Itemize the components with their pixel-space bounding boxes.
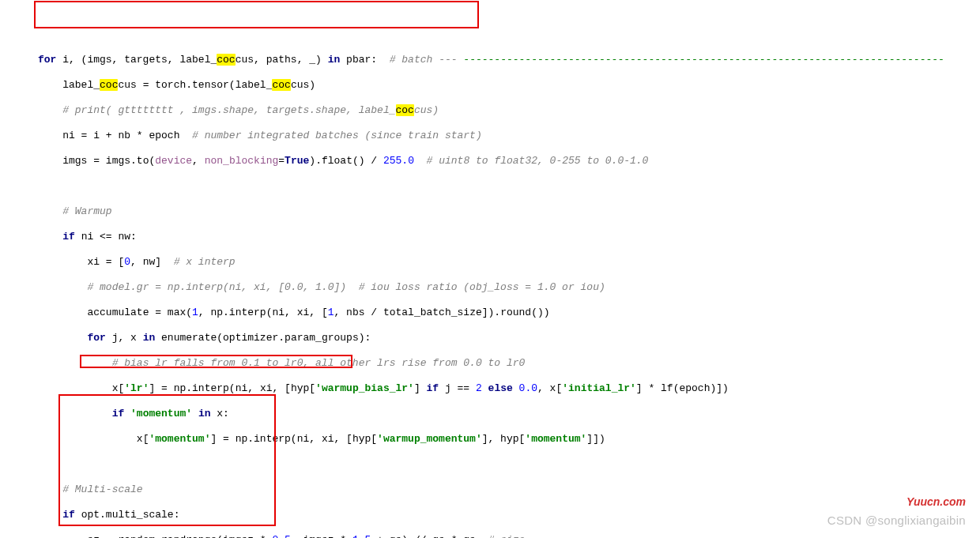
code-line: # print( gtttttttt , imgs.shape, targets… [0, 104, 980, 117]
code-line: if ni <= nw: [0, 231, 980, 243]
code-line: # bias lr falls from 0.1 to lr0, all oth… [0, 357, 980, 370]
code-line: x['momentum'] = np.interp(ni, xi, [hyp['… [0, 433, 980, 446]
code-line: xi = [0, nw] # x interp [0, 256, 980, 269]
watermark-yuucn: Yuucn.com [906, 495, 966, 508]
code-line: label_coccus = torch.tensor(label_coccus… [0, 79, 980, 92]
code-line: # Warmup [0, 205, 980, 218]
code-line: # model.gr = np.interp(ni, xi, [0.0, 1.0… [0, 281, 980, 294]
highlight-box-top [34, 1, 479, 28]
code-line: accumulate = max(1, np.interp(ni, xi, [1… [0, 307, 980, 319]
code-line: imgs = imgs.to(device, non_blocking=True… [0, 155, 980, 167]
watermark-csdn: CSDN @songlixiangaibin [827, 514, 966, 527]
code-line: ni = i + nb * epoch # number integrated … [0, 130, 980, 142]
code-line [0, 180, 980, 193]
code-line: if 'momentum' in x: [0, 408, 980, 420]
code-line: sz = random.randrange(imgsz * 0.5, imgsz… [0, 534, 980, 538]
code-line [0, 458, 980, 471]
code-line: x['lr'] = np.interp(ni, xi, [hyp['warmup… [0, 382, 980, 395]
code-line: # Multi-scale [0, 483, 980, 496]
code-line: for i, (imgs, targets, label_coccus, pat… [0, 54, 980, 66]
code-line: for j, x in enumerate(optimizer.param_gr… [0, 332, 980, 344]
